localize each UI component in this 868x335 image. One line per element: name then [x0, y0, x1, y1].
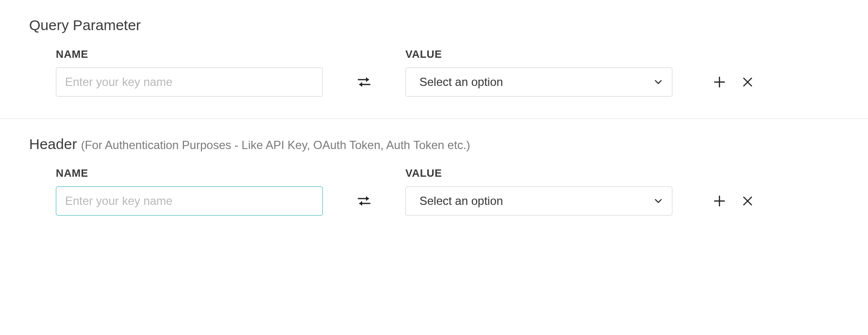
header-section: Header (For Authentication Purposes - Li… — [0, 118, 868, 237]
value-label: VALUE — [405, 167, 442, 179]
add-row-button[interactable] — [712, 75, 727, 89]
query-param-row: Select an option — [56, 67, 839, 97]
chevron-down-icon — [653, 196, 663, 206]
remove-row-button[interactable] — [740, 75, 755, 89]
header-value-select[interactable]: Select an option — [405, 186, 672, 216]
swap-icon[interactable] — [357, 76, 371, 88]
remove-row-button[interactable] — [740, 194, 755, 208]
query-parameter-section: Query Parameter NAME VALUE — [0, 0, 868, 118]
section-subtitle-header: (For Authentication Purposes - Like API … — [81, 138, 470, 151]
query-name-input[interactable] — [56, 67, 323, 97]
name-label: NAME — [56, 167, 88, 179]
chevron-down-icon — [653, 77, 663, 87]
value-label: VALUE — [405, 48, 442, 60]
add-row-button[interactable] — [712, 194, 727, 208]
section-title-query: Query Parameter — [29, 17, 839, 34]
header-name-input[interactable] — [56, 186, 323, 216]
name-label: NAME — [56, 48, 88, 60]
section-title-header: Header (For Authentication Purposes - Li… — [29, 136, 839, 152]
select-value-text: Select an option — [419, 75, 503, 89]
select-value-text: Select an option — [419, 194, 503, 208]
query-value-select[interactable]: Select an option — [405, 67, 672, 97]
header-row: Select an option — [56, 186, 839, 216]
swap-icon[interactable] — [357, 195, 371, 207]
